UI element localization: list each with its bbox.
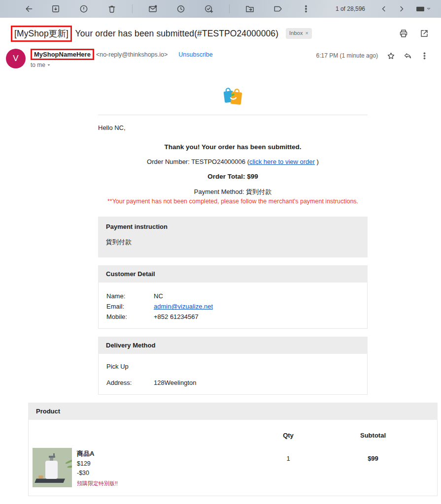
body-divider — [98, 115, 368, 115]
product-qty: 1 — [246, 448, 331, 462]
star-icon[interactable] — [384, 49, 398, 63]
sender-row: V MyShopNameHere <no-reply@thinkshops.io… — [0, 44, 441, 68]
gmail-toolbar: 1 of 28,596 — [0, 0, 441, 18]
thank-you-text: Thank you! Your order has been submitted… — [98, 143, 368, 151]
sender-address: <no-reply@thinkshops.io> — [96, 51, 168, 58]
customer-detail-title: Customer Detail — [98, 265, 368, 283]
subject-text: Your order has been submitted(#TESTPO240… — [73, 29, 278, 38]
product-image — [33, 448, 72, 487]
newer-chevron-icon[interactable] — [377, 2, 391, 16]
shop-logo-icon — [222, 86, 244, 107]
delete-icon[interactable] — [105, 2, 119, 16]
report-spam-icon[interactable] — [77, 2, 91, 16]
email-subject: [MyShop更新] Your order has been submitted… — [11, 26, 312, 42]
product-row: 商品A $129 -$30 預購限定特別版!! 1 $99 — [29, 448, 437, 488]
customer-mobile-row: Mobile: +852 61234567 — [106, 313, 359, 320]
delivery-method-value: Pick Up — [106, 362, 359, 376]
print-icon[interactable] — [397, 27, 410, 40]
product-discount: -$30 — [77, 469, 118, 478]
mark-unread-icon[interactable] — [146, 2, 160, 16]
older-chevron-icon[interactable] — [395, 2, 408, 16]
recipient-dropdown[interactable]: to me — [31, 62, 213, 68]
product-note: 預購限定特別版!! — [77, 479, 118, 488]
add-to-tasks-icon[interactable] — [202, 2, 216, 16]
annotation-box-subject: [MyShop更新] — [11, 26, 72, 42]
customer-email-row: Email: admin@vizualize.net — [106, 303, 359, 310]
message-more-icon[interactable] — [417, 49, 431, 63]
archive-icon[interactable] — [49, 2, 63, 16]
customer-email-link[interactable]: admin@vizualize.net — [154, 303, 213, 310]
email-body: Hello NC, Thank you! Your order has been… — [28, 83, 438, 504]
label-icon[interactable] — [271, 2, 285, 16]
product-table-header: Qty Subtotal — [29, 425, 437, 442]
sender-avatar[interactable]: V — [6, 49, 26, 68]
move-to-icon[interactable] — [243, 2, 257, 16]
customer-detail-section: Customer Detail Name: NC Email: admin@vi… — [98, 265, 368, 329]
order-number-line: Order Number: TESTPO24000006 (click here… — [98, 158, 368, 165]
payment-warning-text: **Your payment has not been completed, p… — [98, 198, 368, 205]
delivery-method-section: Delivery Method Pick Up Address: 128Weel… — [98, 337, 368, 395]
snooze-icon[interactable] — [174, 2, 188, 16]
product-section: Product Qty Subtotal — [28, 403, 438, 496]
annotation-box-sender-name: MyShopNameHere — [31, 49, 94, 60]
delivery-method-title: Delivery Method — [98, 337, 368, 354]
greeting-text: Hello NC, — [98, 122, 368, 134]
view-order-link[interactable]: click here to view order — [249, 158, 315, 165]
pagination-text: 1 of 28,596 — [336, 5, 365, 12]
qty-column-header: Qty — [246, 432, 331, 439]
subject-row: [MyShop更新] Your order has been submitted… — [0, 18, 441, 44]
payment-instruction-value: 貨到付款 — [106, 238, 360, 247]
payment-instruction-title: Payment instruction — [106, 223, 360, 230]
payment-method-line: Payment Method: 貨到付款 — [98, 188, 368, 196]
open-in-new-icon[interactable] — [417, 27, 431, 40]
unsubscribe-link[interactable]: Unsubscribe — [178, 51, 212, 58]
back-icon[interactable] — [22, 2, 35, 16]
order-total-line: Order Total: $99 — [98, 173, 368, 180]
more-options-icon[interactable] — [299, 2, 313, 16]
payment-instruction-section: Payment instruction 貨到付款 — [98, 217, 368, 257]
input-tools-icon[interactable] — [412, 2, 434, 16]
inbox-label-badge[interactable]: Inbox × — [286, 28, 312, 39]
product-name: 商品A — [77, 449, 118, 459]
customer-name-row: Name: NC — [106, 292, 359, 300]
product-price: $129 — [77, 459, 118, 469]
remove-label-icon[interactable]: × — [305, 30, 309, 37]
caret-down-icon — [46, 63, 51, 67]
product-subtotal: $99 — [331, 448, 415, 462]
delivery-address-row: Address: 128Weelington — [106, 379, 359, 386]
message-timestamp: 6:17 PM (1 minute ago) — [316, 52, 378, 59]
reply-icon[interactable] — [401, 49, 414, 63]
product-section-title: Product — [28, 403, 438, 420]
subtotal-column-header: Subtotal — [331, 432, 415, 439]
